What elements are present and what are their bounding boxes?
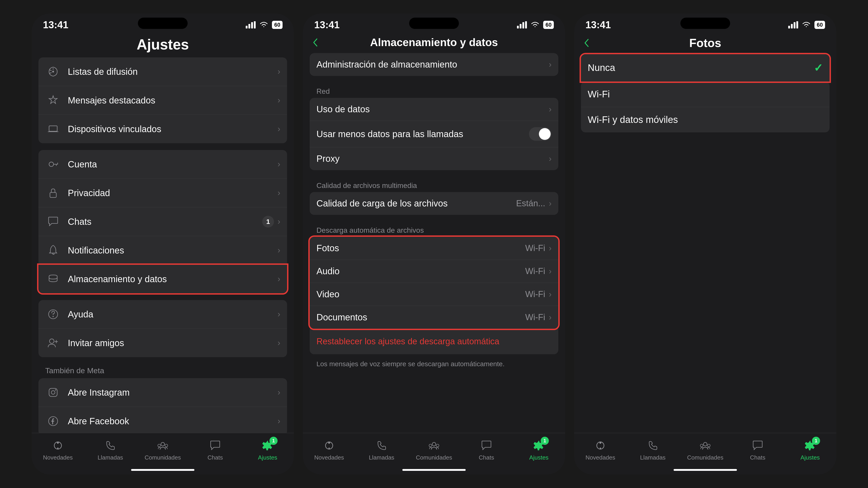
- wifi-label: Wi-Fi: [588, 89, 823, 100]
- chevron-icon: ›: [278, 188, 280, 198]
- svg-rect-3: [254, 21, 256, 29]
- svg-point-4: [52, 71, 54, 72]
- video-label: Video: [316, 289, 525, 299]
- almacenamiento-item[interactable]: Almacenamiento y datos ›: [38, 265, 287, 293]
- tab-ajustes-1[interactable]: 1 Ajustes: [241, 437, 294, 462]
- fotos-item[interactable]: Fotos Wi-Fi ›: [310, 237, 558, 260]
- calidad-carga-label: Calidad de carga de los archivos: [316, 198, 516, 208]
- facebook-item[interactable]: Abre Facebook ›: [38, 407, 287, 433]
- chat-icon: [45, 214, 61, 230]
- chevron-icon: ›: [278, 246, 280, 255]
- tab-chats-1[interactable]: Chats: [189, 437, 241, 462]
- tab-novedades-1[interactable]: Novedades: [32, 437, 84, 462]
- privacidad-item[interactable]: Privacidad ›: [38, 179, 287, 207]
- tab-ajustes-2[interactable]: 1 Ajustes: [513, 437, 565, 462]
- notificaciones-item[interactable]: Notificaciones ›: [38, 236, 287, 265]
- home-indicator-1: [131, 469, 194, 471]
- admin-almacenamiento-item[interactable]: Administración de almacenamiento ›: [310, 53, 558, 76]
- menos-datos-item[interactable]: Usar menos datos para las llamadas: [310, 121, 558, 147]
- updates-tab-icon-3: [594, 439, 607, 452]
- back-button-3[interactable]: [583, 38, 601, 48]
- nunca-label: Nunca: [588, 62, 814, 73]
- reset-text[interactable]: Restablecer los ajustes de descarga auto…: [316, 335, 552, 348]
- star-icon: [45, 92, 61, 108]
- facebook-label: Abre Facebook: [68, 416, 278, 426]
- tab-chats-2[interactable]: Chats: [460, 437, 513, 462]
- chats-tab-icon-2: [480, 439, 493, 452]
- mensajes-destacados-label: Mensajes destacados: [68, 95, 278, 105]
- svg-point-23: [165, 444, 168, 447]
- invitar-amigos-item[interactable]: Invitar amigos ›: [38, 329, 287, 357]
- key-icon: [45, 156, 61, 172]
- phone-tab-icon: [103, 439, 117, 452]
- svg-rect-28: [525, 21, 527, 29]
- chats-item[interactable]: Chats 1 ›: [38, 207, 287, 236]
- video-item[interactable]: Video Wi-Fi ›: [310, 283, 558, 306]
- screen3-nav: Fotos: [574, 34, 836, 54]
- cuenta-item[interactable]: Cuenta ›: [38, 150, 287, 179]
- tab-novedades-2[interactable]: Novedades: [303, 437, 355, 462]
- svg-point-44: [700, 444, 703, 447]
- ayuda-item[interactable]: Ayuda ›: [38, 300, 287, 329]
- svg-rect-6: [49, 126, 57, 131]
- menos-datos-toggle[interactable]: [529, 127, 552, 141]
- invitar-amigos-label: Invitar amigos: [68, 338, 278, 348]
- tab-ajustes-label-3: Ajustes: [800, 454, 819, 461]
- status-right-1: 60: [246, 21, 283, 29]
- communities-tab-icon-3: [699, 439, 712, 452]
- tab-chats-3[interactable]: Chats: [732, 437, 784, 462]
- video-value: Wi-Fi: [525, 289, 545, 299]
- audio-item[interactable]: Audio Wi-Fi ›: [310, 260, 558, 283]
- tab-llamadas-3[interactable]: Llamadas: [627, 437, 679, 462]
- cuenta-label: Cuenta: [68, 159, 278, 169]
- audio-value: Wi-Fi: [525, 266, 545, 276]
- communities-tab-icon: [156, 439, 169, 452]
- tab-novedades-label-2: Novedades: [314, 454, 344, 461]
- help-icon: [45, 306, 61, 322]
- signal-icon-1: [246, 21, 256, 29]
- svg-point-30: [328, 442, 330, 444]
- svg-point-11: [50, 339, 54, 344]
- chevron-icon: ›: [549, 313, 552, 322]
- tab-bar-1: Novedades Llamadas Comunidades Chats: [32, 433, 294, 469]
- listas-difusion-item[interactable]: Listas de difusión ›: [38, 57, 287, 86]
- tab-llamadas-2[interactable]: Llamadas: [355, 437, 408, 462]
- tab-novedades-3[interactable]: Novedades: [574, 437, 627, 462]
- chevron-icon: ›: [549, 105, 552, 114]
- svg-point-34: [436, 444, 439, 447]
- dispositivos-vinculados-item[interactable]: Dispositivos vinculados ›: [38, 115, 287, 143]
- chevron-icon: ›: [549, 243, 552, 253]
- wifi-option[interactable]: Wi-Fi: [581, 82, 830, 107]
- chats-tab-icon: [209, 439, 222, 452]
- instagram-item[interactable]: Abre Instagram ›: [38, 378, 287, 407]
- back-button[interactable]: [312, 37, 330, 47]
- chevron-icon: ›: [278, 96, 280, 105]
- fotos-value: Wi-Fi: [525, 243, 545, 253]
- wifi-options-group: Wi-Fi Wi-Fi y datos móviles: [581, 82, 830, 132]
- chevron-icon: ›: [549, 199, 552, 208]
- nunca-option[interactable]: Nunca ✓: [581, 54, 830, 82]
- calidad-carga-item[interactable]: Calidad de carga de los archivos Están..…: [310, 192, 558, 215]
- proxy-label: Proxy: [316, 154, 549, 164]
- wifi-datos-option[interactable]: Wi-Fi y datos móviles: [581, 107, 830, 132]
- tab-comunidades-2[interactable]: Comunidades: [408, 437, 460, 462]
- uso-datos-item[interactable]: Uso de datos ›: [310, 98, 558, 121]
- dynamic-island-3: [680, 18, 730, 29]
- proxy-item[interactable]: Proxy ›: [310, 147, 558, 170]
- audio-label: Audio: [316, 266, 525, 276]
- chevron-icon: ›: [278, 67, 280, 76]
- chats-label: Chats: [68, 217, 262, 227]
- chats-badge: 1: [262, 216, 274, 228]
- battery-2: 60: [543, 21, 554, 29]
- tab-comunidades-3[interactable]: Comunidades: [679, 437, 732, 462]
- svg-point-31: [329, 448, 330, 449]
- tab-llamadas-1[interactable]: Llamadas: [84, 437, 136, 462]
- svg-point-21: [161, 442, 164, 446]
- mensajes-destacados-item[interactable]: Mensajes destacados ›: [38, 86, 287, 115]
- documentos-item[interactable]: Documentos Wi-Fi ›: [310, 306, 558, 329]
- svg-rect-27: [522, 22, 524, 29]
- tab-ajustes-3[interactable]: 1 Ajustes: [784, 437, 836, 462]
- tab-comunidades-1[interactable]: Comunidades: [136, 437, 189, 462]
- descarga-section-header: Descarga automática de archivos: [310, 222, 558, 237]
- tab-llamadas-label-2: Llamadas: [369, 454, 395, 461]
